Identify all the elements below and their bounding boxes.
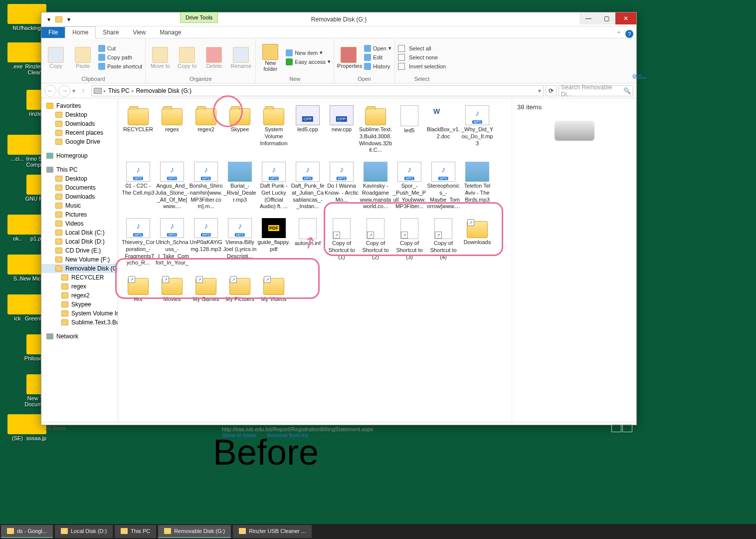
move-to-button[interactable]: Move to	[149, 46, 172, 69]
nav-item[interactable]: Skypee	[41, 300, 118, 309]
open-button[interactable]: Open ▾	[364, 44, 391, 52]
refresh-button[interactable]: ⟳	[546, 85, 557, 96]
remove-from-list-link[interactable]: Remove from list	[267, 432, 309, 438]
file-item[interactable]: System Volume Information	[257, 105, 291, 154]
minimize-button[interactable]: —	[579, 12, 597, 24]
nav-item[interactable]: Music	[41, 201, 118, 210]
close-button[interactable]: ✕	[615, 12, 636, 24]
easy-access-button[interactable]: Easy access ▾	[286, 58, 331, 66]
file-item[interactable]: guide_flappy.pdf	[257, 218, 291, 267]
nav-item[interactable]: System Volume Infor	[41, 309, 118, 318]
tab-view[interactable]: View	[126, 27, 153, 38]
file-item[interactable]: Burial_-_Rival_Dealer.mp3	[223, 162, 257, 210]
copy-button[interactable]: Copy	[44, 46, 67, 69]
taskbar[interactable]: ds - Googl...Local Disk (D:)This PCRemov…	[0, 524, 756, 539]
file-item[interactable]: Telefon Tel Aviv - The Birds.mp3	[460, 162, 494, 210]
nav-item[interactable]: regex2	[41, 291, 118, 300]
back-button[interactable]: ←	[44, 85, 56, 97]
file-item[interactable]: led5.cpp	[291, 105, 325, 154]
file-item[interactable]: Hot	[121, 275, 155, 303]
nav-item[interactable]: Removable Disk (G:)	[41, 264, 118, 273]
search-input[interactable]: Search Removable Di... 🔍	[559, 85, 633, 96]
file-item[interactable]: My Videos	[257, 275, 291, 303]
file-item[interactable]: Kavinsky - Roadgame www.manstaworld.co..…	[359, 162, 392, 210]
file-item[interactable]: Borsha_Shironamhin[www.MP3Fiber.com].m..…	[189, 162, 223, 210]
file-item[interactable]: Stereophonics_-_Maybe_Tomorrow[www....	[426, 162, 460, 210]
nav-item[interactable]: regex	[41, 282, 118, 291]
tab-share[interactable]: Share	[96, 27, 126, 38]
file-item[interactable]: Downloads	[460, 218, 494, 267]
file-item[interactable]: Spor_-_Push_Me_Pull_You[www.MP3Fiber...	[392, 162, 426, 210]
paste-shortcut-button[interactable]: Paste shortcut	[98, 62, 142, 70]
select-all-button[interactable]: Select all	[398, 44, 446, 52]
nav-item[interactable]: Desktop	[41, 110, 118, 119]
nav-homegroup[interactable]: Homegroup	[41, 151, 118, 160]
file-item[interactable]: Do I Wanna Know- - Arctic Mo...	[325, 162, 359, 210]
forward-button[interactable]: →	[58, 85, 70, 97]
taskbar-button[interactable]: ds - Googl...	[1, 525, 53, 538]
nav-item[interactable]: Pictures	[41, 210, 118, 219]
taskbar-button[interactable]: Removable Disk (G:)	[158, 525, 231, 538]
nav-item[interactable]: Google Drive	[41, 137, 118, 146]
file-item[interactable]: Copy of Shortcut to (3)	[392, 218, 426, 267]
paste-button[interactable]: Paste	[71, 46, 94, 69]
collapse-ribbon-icon[interactable]: ⌃	[616, 30, 621, 37]
file-item[interactable]: Ulrich_Schnauss_-_I_Take_Comfort_In_Your…	[155, 218, 189, 267]
history-button[interactable]: History	[364, 62, 391, 70]
file-item[interactable]: Thievery_Corporation_-_FragmentsTycho_R.…	[121, 218, 155, 267]
file-pane[interactable]: RECYCLERregexregex2SkypeeSystem Volume I…	[118, 98, 636, 422]
file-item[interactable]: new.cpp	[325, 105, 359, 154]
up-button[interactable]: ↑	[77, 85, 89, 97]
properties-button[interactable]: Properties	[337, 46, 360, 69]
delete-button[interactable]: Delete	[202, 46, 225, 69]
file-item[interactable]: RECYCLER	[121, 105, 155, 154]
file-item[interactable]: Copy of Shortcut to (4)	[426, 218, 460, 267]
file-item[interactable]: _Why_Did_You_Do_It.mp3	[460, 105, 494, 154]
file-item[interactable]: Angus_And_Julia_Stone_-_All_Of_Me[www...…	[155, 162, 189, 210]
file-item[interactable]: My Pictuers	[223, 275, 257, 303]
nav-item[interactable]: Local Disk (D:)	[41, 237, 118, 246]
nav-item[interactable]: Recent places	[41, 128, 118, 137]
new-item-button[interactable]: New item ▾	[286, 49, 331, 57]
nav-item[interactable]: Sublime.Text.3.Build.	[41, 318, 118, 327]
taskbar-button[interactable]: Rinzler USB Cleaner ...	[233, 525, 312, 538]
show-in-folder-link[interactable]: Show in folder	[222, 432, 257, 438]
copy-path-button[interactable]: Copy path	[98, 53, 142, 61]
details-view-button[interactable]	[611, 424, 621, 432]
help-icon[interactable]: ?	[625, 30, 633, 38]
recent-dropdown-icon[interactable]: ▾	[72, 87, 75, 94]
taskbar-button[interactable]: This PC	[115, 525, 156, 538]
copy-to-button[interactable]: Copy to	[176, 46, 198, 69]
file-item[interactable]: Skypee	[223, 105, 257, 154]
icons-view-button[interactable]	[622, 424, 632, 432]
nav-this-pc[interactable]: This PC	[41, 165, 118, 174]
nav-favorites[interactable]: Favorites	[41, 101, 118, 110]
file-item[interactable]: Daft_Punk_feat_Julian_Casablancas_-_Inst…	[291, 162, 325, 210]
file-item[interactable]: Vienna-Billy Joel (Lyrics in Descripti..…	[223, 218, 257, 267]
maximize-button[interactable]: ▢	[597, 12, 615, 24]
breadcrumb[interactable]: ▸ This PC ▸ Removable Disk (G:) ▾	[91, 85, 544, 96]
pen-link[interactable]: pen...	[632, 72, 646, 78]
contextual-drive-tools-tab[interactable]: Drive Tools	[180, 12, 218, 23]
tab-manage[interactable]: Manage	[153, 27, 188, 38]
navigation-pane[interactable]: Favorites DesktopDownloadsRecent placesG…	[41, 98, 118, 422]
taskbar-button[interactable]: Local Disk (D:)	[55, 525, 113, 538]
file-item[interactable]: My Games	[189, 275, 223, 303]
crumb-removable-disk[interactable]: Removable Disk (G:)	[136, 87, 191, 94]
crumb-this-pc[interactable]: This PC	[108, 87, 130, 94]
rename-button[interactable]: Rename	[229, 46, 252, 69]
nav-item[interactable]: Desktop	[41, 174, 118, 183]
nav-item[interactable]: Local Disk (C:)	[41, 228, 118, 237]
file-item[interactable]: Movies	[155, 275, 189, 303]
file-item[interactable]: Copy of Shortcut to (1)	[325, 218, 359, 267]
file-item[interactable]: BlackBox_v1.2.doc	[426, 105, 460, 154]
file-item[interactable]: Copy of Shortcut to (2)	[359, 218, 392, 267]
file-item[interactable]: 01 - C2C - The Cell.mp3	[121, 162, 155, 210]
file-item[interactable]: Sublime.Text.3.Build.3008.Windows.32bit.…	[359, 105, 392, 154]
file-item[interactable]: led5	[392, 105, 426, 154]
file-item[interactable]: regex	[155, 105, 189, 154]
nav-item[interactable]: New Volume (F:)	[41, 255, 118, 264]
nav-item[interactable]: Videos	[41, 219, 118, 228]
select-none-button[interactable]: Select none	[398, 53, 446, 61]
tab-home[interactable]: Home	[65, 26, 96, 38]
